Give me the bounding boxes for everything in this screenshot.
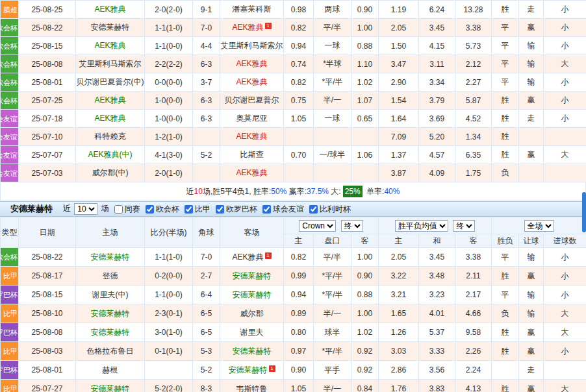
- filter-checkbox[interactable]: [216, 205, 224, 214]
- home-team-name[interactable]: 色格拉布鲁日: [87, 347, 134, 356]
- away-team-name[interactable]: AEK雅典: [232, 252, 263, 262]
- result-goals: 小: [544, 110, 586, 128]
- home-team-name[interactable]: 艾里斯利马斯索尔: [79, 59, 142, 68]
- euro-odds-draw: 3.83: [419, 380, 455, 392]
- asian-odds-away: 1.00: [351, 19, 379, 37]
- filter-checkbox[interactable]: [146, 205, 154, 214]
- result-goals: 小: [544, 37, 586, 55]
- away-team-name[interactable]: AEK雅典: [236, 59, 267, 68]
- scrollbar-thumb[interactable]: [582, 192, 586, 232]
- asian-handicap-line: *平/半: [314, 342, 351, 361]
- away-team-name[interactable]: 谢里夫: [240, 328, 264, 337]
- away-team-name[interactable]: 安德莱赫特: [233, 271, 272, 280]
- score-cell: 1-1(0-0): [145, 286, 193, 304]
- result-goals: 小: [544, 73, 586, 92]
- league-filter-option: 欧罗巴杯: [216, 204, 257, 215]
- away-team-name[interactable]: 威尔郡: [240, 309, 264, 318]
- recent-count-select[interactable]: 10: [74, 203, 97, 215]
- away-team-name[interactable]: 艾里斯利马斯索尔: [221, 41, 283, 50]
- match-date: 25-08-10: [19, 304, 76, 323]
- asian-odds-away: 1.07: [351, 92, 379, 110]
- away-team-name[interactable]: AEK雅典: [236, 77, 267, 86]
- home-team-name[interactable]: 安德莱赫特: [91, 328, 130, 337]
- filter-checkbox[interactable]: [185, 205, 193, 214]
- away-team-name[interactable]: 安德莱赫特: [233, 347, 272, 356]
- odds-final-select[interactable]: 终: [341, 220, 363, 232]
- match-date: 25-08-01: [19, 361, 76, 380]
- away-team-name[interactable]: 安德莱赫特: [233, 290, 272, 299]
- home-team-name[interactable]: 安德莱赫特: [91, 23, 130, 32]
- odds-company-select[interactable]: Crown: [299, 220, 336, 232]
- result-outcome: 平: [492, 73, 519, 92]
- home-team-name[interactable]: 科特赖克: [95, 132, 126, 141]
- away-team-name[interactable]: 奥莫尼亚: [236, 114, 268, 123]
- euro-final-select[interactable]: 终: [453, 220, 475, 232]
- scope-select[interactable]: 全场: [524, 220, 554, 232]
- home-team-name[interactable]: 安德莱赫特: [91, 252, 130, 262]
- away-team-name[interactable]: AEK雅典: [232, 23, 263, 32]
- away-team-cell: 艾里斯利马斯索尔: [220, 37, 284, 55]
- home-team-name[interactable]: 谢里夫(中): [92, 290, 129, 299]
- home-team-name[interactable]: AEK雅典: [94, 95, 125, 104]
- home-team-name[interactable]: 赫根: [103, 365, 118, 374]
- euro-odds-draw: 4.01: [419, 304, 455, 323]
- result-goals: 小: [544, 286, 586, 304]
- result-handicap: 赢: [519, 92, 544, 110]
- asian-odds-away: 0.90: [351, 1, 379, 19]
- home-team-name[interactable]: AEK雅典: [94, 5, 125, 14]
- euro-odds-home: 2.05: [379, 19, 419, 37]
- home-team-cell: 赫根: [76, 361, 145, 380]
- away-team-name[interactable]: 贝尔谢巴夏普尔: [225, 95, 279, 104]
- asian-odds-away: 1.10: [351, 55, 379, 73]
- result-outcome: 胜: [492, 342, 519, 361]
- asian-odds-away: 0.90: [351, 267, 379, 286]
- away-team-name[interactable]: AEK雅典: [236, 132, 267, 141]
- asian-handicap-line: *平/半: [314, 286, 351, 304]
- match-date: 25-08-03: [19, 342, 76, 361]
- asian-odds-away: [351, 128, 379, 146]
- asian-odds-home: 1.05: [284, 110, 314, 128]
- euro-odds-home: 3.87: [379, 164, 419, 182]
- euro-odds-home: 1.65: [379, 304, 419, 323]
- home-team-name[interactable]: 威尔郡(中): [92, 168, 129, 177]
- asian-odds-home: [284, 164, 314, 182]
- score-cell: 0-1(0-1): [145, 342, 193, 361]
- home-team-name[interactable]: AEK雅典(中): [88, 150, 132, 159]
- match-row: 球会友谊25-07-03威尔郡(中)2-0(1-0)AEK雅典3.874.091…: [1, 164, 586, 182]
- euro-odds-select[interactable]: 胜平负均值: [395, 220, 448, 232]
- away-team-name[interactable]: 潘塞莱科斯: [233, 5, 272, 14]
- league-type-badge: 球会友谊: [1, 110, 19, 128]
- away-team-name[interactable]: 安德莱赫特: [229, 365, 268, 374]
- result-handicap: [519, 128, 544, 146]
- away-team-name[interactable]: 比斯查: [240, 150, 264, 159]
- filter-checkbox[interactable]: [309, 205, 318, 214]
- result-goals: 小: [544, 1, 586, 19]
- filter-checkbox[interactable]: [262, 205, 271, 214]
- result-handicap: 输: [519, 37, 544, 55]
- euro-odds-draw: 3.79: [419, 92, 455, 110]
- match-date: 25-07-10: [19, 128, 76, 146]
- away-team-name[interactable]: 韦斯特鲁: [236, 384, 268, 392]
- euro-odds-home: 3.21: [379, 286, 419, 304]
- home-team-name[interactable]: 贝尔谢巴夏普尔(中): [77, 77, 144, 86]
- home-team-name[interactable]: AEK雅典: [94, 114, 125, 123]
- away-team-name[interactable]: AEK雅典: [236, 168, 267, 177]
- home-team-name[interactable]: 登德: [103, 271, 118, 280]
- sub-col-header: 进球数: [544, 234, 586, 248]
- sub-col-header: 和: [419, 234, 455, 248]
- result-handicap: 走: [519, 1, 544, 19]
- asian-odds-away: 1.00: [351, 248, 379, 267]
- filter-checkbox[interactable]: [114, 205, 123, 214]
- asian-odds-home: 1.05: [284, 380, 314, 392]
- result-goals: 大: [544, 380, 586, 392]
- asian-odds-away: 1.02: [351, 73, 379, 92]
- home-team-name[interactable]: 安德莱赫特: [91, 309, 130, 318]
- summary-segment: 25%: [343, 186, 363, 197]
- asian-handicap-line: 半/一: [314, 92, 351, 110]
- league-type-badge: 腊超: [1, 1, 19, 19]
- euro-odds-draw: 3.48: [419, 267, 455, 286]
- euro-odds-away: 2.11: [455, 267, 492, 286]
- asian-odds-away: 1.06: [351, 146, 379, 164]
- home-team-name[interactable]: AEK雅典: [94, 41, 125, 50]
- home-team-name[interactable]: 安德莱赫特: [91, 384, 130, 392]
